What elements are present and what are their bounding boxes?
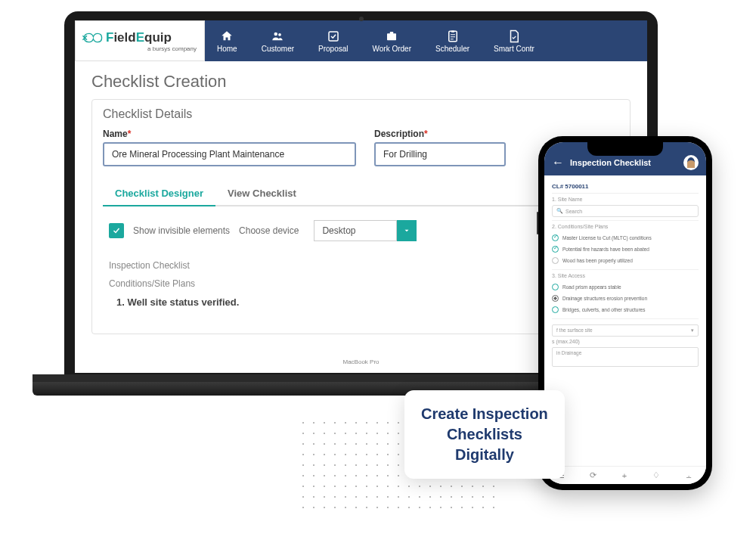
caption-card: Create Inspection Checklists Digitally [404, 390, 565, 479]
logo-tagline: a bursys company [82, 45, 198, 52]
page-title: Checklist Creation [91, 72, 631, 92]
back-icon[interactable]: ← [552, 156, 564, 169]
radio-icon [552, 257, 559, 264]
list-item[interactable]: Potential fire hazards have been abated [552, 244, 699, 255]
nav-home[interactable]: Home [205, 20, 249, 61]
search-icon: 🔍 [556, 208, 563, 214]
laptop-brand-label: MacBook Pro [342, 358, 379, 365]
svg-rect-2 [329, 32, 338, 41]
phone-title: Inspection Checklist [570, 158, 677, 167]
description-input[interactable] [374, 142, 506, 166]
list-item[interactable]: Wood has been properly utilized [552, 255, 699, 266]
check-icon [552, 234, 559, 241]
text-field[interactable]: in Drainage [552, 347, 699, 367]
avatar[interactable] [683, 155, 699, 170]
list-item[interactable]: Master License to Cut (MLTC) conditions [552, 232, 699, 244]
check-icon [552, 246, 559, 253]
sync-icon[interactable]: ⟳ [590, 470, 596, 480]
svg-rect-5 [448, 31, 457, 42]
svg-point-1 [278, 33, 281, 36]
nav-smart-contract[interactable]: Smart Contr [482, 20, 547, 61]
checklist-number: CL# 5700011 [552, 180, 699, 194]
show-invisible-label: Show invisible elements [133, 225, 230, 236]
chevron-down-icon: ▾ [691, 327, 694, 334]
bell-icon[interactable]: ♢ [652, 470, 660, 480]
description-label: Description* [374, 129, 506, 139]
nav-proposal[interactable]: Proposal [306, 20, 360, 61]
radio-icon [552, 284, 559, 290]
device-select[interactable]: Desktop [314, 220, 417, 241]
section-site-access: 3. Site Access [552, 273, 699, 278]
search-input[interactable]: 🔍Search [552, 205, 699, 217]
chart-icon[interactable]: ⫠ [685, 471, 693, 480]
tab-view-checklist[interactable]: View Checklist [215, 182, 308, 205]
choose-device-label: Choose device [239, 225, 299, 236]
designer-preview: Inspection Checklist Conditions/Site Pla… [109, 256, 613, 312]
panel-title: Checklist Details [103, 107, 619, 121]
svg-rect-4 [390, 32, 394, 34]
logo[interactable]: FieldEquip a bursys company [75, 20, 205, 61]
name-label: Name* [103, 129, 356, 139]
name-input[interactable] [103, 142, 356, 166]
add-icon[interactable]: + [622, 471, 627, 480]
app-header: FieldEquip a bursys company Home Custome… [75, 20, 647, 61]
chevron-down-icon [397, 220, 417, 241]
show-invisible-checkbox[interactable] [109, 223, 124, 238]
tab-checklist-designer[interactable]: Checklist Designer [103, 182, 215, 205]
radio-icon [552, 306, 559, 313]
svg-point-0 [274, 32, 278, 36]
list-item[interactable]: Road prism appears stable [552, 281, 699, 293]
nav-customer[interactable]: Customer [249, 20, 306, 61]
svg-rect-6 [451, 30, 454, 32]
section-site-name: 1. Site Name [552, 197, 699, 202]
list-item[interactable]: Drainage structures erosion prevention [552, 293, 699, 304]
radio-filled-icon [552, 295, 559, 302]
svg-rect-3 [387, 33, 396, 40]
dropdown-field[interactable]: f the surface site▾ [552, 324, 699, 337]
list-item[interactable]: Bridges, culverts, and other structures [552, 304, 699, 315]
nav-work-order[interactable]: Work Order [361, 20, 424, 61]
fieldequip-icon [82, 31, 103, 45]
phone-bottom-nav: ☰ ⟳ + ♢ ⫠ [544, 466, 706, 484]
nav-scheduler[interactable]: Scheduler [423, 20, 482, 61]
section-conditions: 2. Conditions/Site Plans [552, 224, 699, 229]
